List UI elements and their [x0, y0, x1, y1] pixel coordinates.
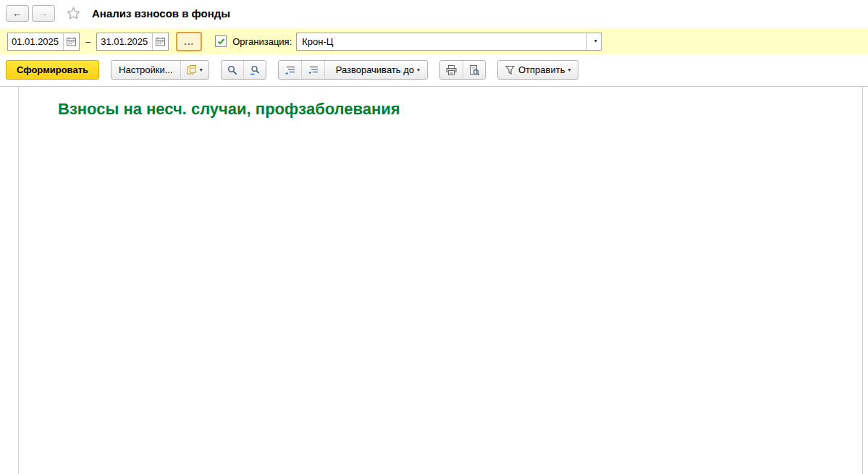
search-button[interactable]	[222, 61, 244, 79]
send-label: Отправить	[518, 64, 565, 75]
expand-to-label: Разворачивать до	[336, 64, 414, 75]
expand-all-icon	[308, 65, 319, 75]
repeat-search-icon	[250, 65, 260, 75]
org-checkbox[interactable]	[215, 35, 227, 47]
calendar-icon[interactable]	[63, 33, 79, 50]
forward-arrow-icon: →	[38, 7, 49, 19]
chevron-down-icon: ▾	[417, 67, 420, 73]
report-variant-icon	[187, 65, 197, 75]
settings-group: Настройки... ▾	[111, 60, 209, 80]
collapse-groups-button[interactable]	[279, 61, 302, 79]
report-left-edge	[18, 87, 19, 474]
filter-panel: – ... Организация: ▾	[0, 28, 868, 54]
report-right-edge	[862, 87, 863, 474]
org-label: Организация:	[232, 36, 292, 47]
settings-button[interactable]: Настройки...	[111, 61, 181, 79]
period-to-field	[96, 33, 169, 51]
find-next-button[interactable]	[244, 61, 266, 79]
chevron-down-icon: ▾	[594, 38, 597, 44]
period-to-input[interactable]	[97, 33, 152, 50]
send-button[interactable]: Отправить ▾	[498, 61, 578, 79]
send-group: Отправить ▾	[497, 60, 578, 80]
period-more-button[interactable]: ...	[176, 32, 202, 51]
org-input[interactable]	[297, 33, 586, 50]
org-combo: ▾	[296, 33, 602, 51]
print-preview-button[interactable]	[463, 61, 485, 79]
search-group	[221, 60, 266, 80]
favorite-star-icon[interactable]	[67, 7, 80, 20]
print-button[interactable]	[440, 61, 463, 79]
chevron-down-icon: ▾	[200, 67, 203, 73]
calendar-icon[interactable]	[152, 33, 168, 50]
period-from-input[interactable]	[8, 33, 63, 50]
print-group	[439, 60, 486, 80]
generate-button[interactable]: Сформировать	[6, 60, 99, 80]
page-title: Анализ взносов в фонды	[92, 7, 230, 20]
report-area: Взносы на несч. случаи, профзаболевания	[0, 87, 868, 474]
collapse-all-icon	[285, 65, 295, 75]
send-funnel-icon	[505, 65, 515, 75]
print-preview-icon	[469, 65, 479, 75]
back-arrow-icon: ←	[12, 7, 22, 19]
back-button[interactable]: ←	[6, 5, 29, 22]
report-document: Взносы на несч. случаи, профзаболевания	[0, 87, 868, 119]
report-title: Взносы на несч. случаи, профзаболевания	[58, 100, 868, 119]
chevron-down-icon: ▾	[568, 67, 570, 73]
search-icon	[227, 65, 237, 75]
grouping-group: Разворачивать до ▾	[278, 60, 428, 80]
expand-groups-button[interactable]	[302, 61, 325, 79]
org-dropdown-button[interactable]: ▾	[586, 33, 601, 50]
printer-icon	[446, 65, 457, 75]
report-variants-button[interactable]: ▾	[181, 61, 208, 79]
forward-button[interactable]: →	[32, 5, 55, 22]
expand-to-button[interactable]: Разворачивать до ▾	[325, 61, 427, 79]
report-toolbar: Сформировать Настройки... ▾	[0, 54, 868, 86]
period-separator: –	[84, 36, 92, 47]
window-header: ← → Анализ взносов в фонды	[0, 0, 868, 25]
period-from-field	[7, 33, 80, 51]
